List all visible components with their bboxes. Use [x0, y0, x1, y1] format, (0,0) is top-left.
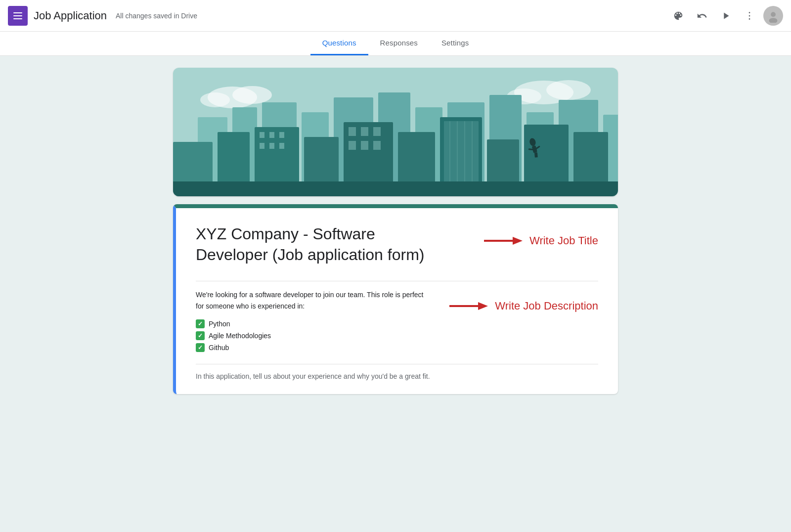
description-arrow-icon	[449, 299, 489, 313]
check-icon	[196, 319, 205, 328]
svg-point-11	[232, 86, 272, 104]
app-header: Job Application All changes saved in Dri…	[0, 0, 791, 32]
form-description: We're looking for a software developer t…	[196, 289, 430, 311]
list-item: Python	[196, 319, 430, 328]
svg-rect-41	[373, 127, 381, 136]
svg-rect-55	[173, 181, 618, 196]
svg-rect-31	[260, 132, 264, 138]
tab-settings[interactable]: Settings	[430, 32, 481, 55]
title-arrow-icon	[484, 234, 524, 248]
form-footer: In this application, tell us about your …	[196, 364, 598, 380]
svg-rect-32	[269, 132, 274, 138]
svg-marker-64	[478, 302, 488, 310]
title-annotation: Write Job Title	[484, 234, 598, 248]
list-item: Agile Methodologies	[196, 331, 430, 340]
svg-point-5	[749, 18, 750, 20]
app-logo	[8, 6, 28, 26]
svg-rect-44	[373, 141, 381, 150]
tab-nav: Questions Responses Settings	[0, 32, 791, 56]
undo-button[interactable]	[692, 6, 712, 26]
form-title[interactable]: XYZ Company - Software Developer (Job ap…	[196, 224, 443, 265]
svg-rect-42	[349, 141, 356, 150]
svg-rect-36	[279, 143, 284, 149]
tab-responses[interactable]: Responses	[368, 32, 430, 55]
svg-point-14	[546, 80, 591, 100]
svg-rect-1	[13, 15, 22, 16]
list-item: Github	[196, 343, 430, 352]
title-annotation-text: Write Job Title	[529, 234, 598, 247]
svg-point-12	[200, 92, 230, 107]
form-card: XYZ Company - Software Developer (Job ap…	[173, 204, 618, 394]
svg-rect-60	[534, 152, 538, 157]
title-divider	[196, 281, 598, 281]
banner-image	[173, 68, 618, 196]
svg-point-3	[749, 12, 750, 13]
svg-rect-2	[13, 18, 22, 19]
svg-point-4	[749, 15, 750, 16]
svg-rect-33	[279, 132, 284, 138]
svg-rect-39	[349, 127, 356, 136]
more-options-button[interactable]	[740, 6, 759, 26]
description-annotation-text: Write Job Description	[495, 300, 598, 312]
palette-button[interactable]	[668, 6, 688, 26]
svg-rect-47	[444, 121, 479, 190]
svg-point-7	[771, 12, 776, 17]
check-icon	[196, 343, 205, 352]
document-title: Job Application	[34, 9, 107, 22]
skills-checklist: Python Agile Methodologies Github	[196, 319, 430, 352]
svg-rect-40	[361, 127, 368, 136]
save-status: All changes saved in Drive	[116, 12, 197, 20]
user-avatar[interactable]	[763, 6, 783, 26]
check-icon	[196, 331, 205, 340]
preview-button[interactable]	[716, 6, 736, 26]
svg-rect-0	[13, 12, 22, 13]
description-annotation: Write Job Description	[449, 299, 598, 313]
svg-rect-43	[361, 141, 368, 150]
header-actions	[668, 6, 783, 26]
main-content: XYZ Company - Software Developer (Job ap…	[0, 56, 791, 532]
svg-rect-34	[260, 143, 264, 149]
svg-rect-35	[269, 143, 274, 149]
tab-questions[interactable]: Questions	[310, 32, 368, 55]
svg-marker-62	[513, 237, 523, 245]
